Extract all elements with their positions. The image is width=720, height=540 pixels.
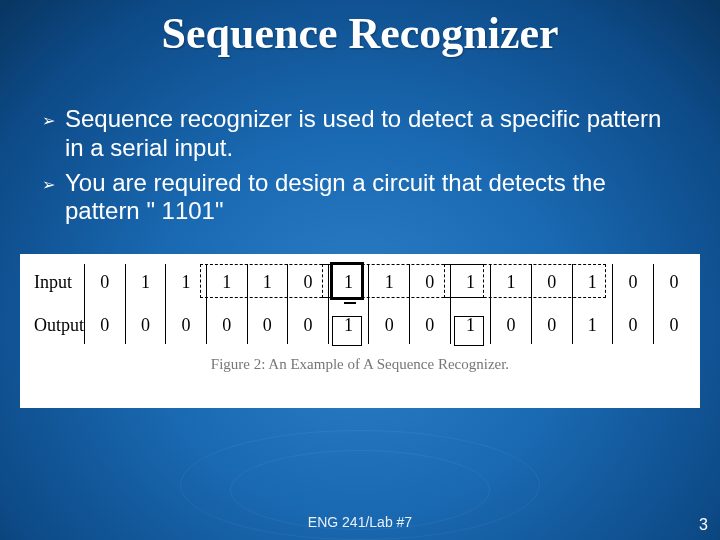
cell: 0 <box>166 301 207 344</box>
cell: 1 <box>206 264 247 301</box>
page-title: Sequence Recognizer <box>0 0 720 59</box>
cell: 1 <box>572 301 613 344</box>
cell: 1 <box>247 264 288 301</box>
cell: 0 <box>125 301 166 344</box>
cell: 0 <box>247 301 288 344</box>
cell: 0 <box>410 301 451 344</box>
list-item: ➢ You are required to design a circuit t… <box>42 169 678 227</box>
cell: 1 <box>125 264 166 301</box>
cell: 1 <box>328 264 369 301</box>
io-table: Input 0 1 1 1 1 0 1 1 0 1 1 0 1 0 0 Outp… <box>26 264 694 344</box>
bullet-text: Sequence recognizer is used to detect a … <box>65 105 678 163</box>
row-label-output: Output <box>26 301 85 344</box>
table-row: Output 0 0 0 0 0 0 1 0 0 1 0 0 1 0 0 <box>26 301 694 344</box>
cell: 1 <box>450 264 491 301</box>
cell: 1 <box>328 301 369 344</box>
cell: 0 <box>613 301 654 344</box>
cell: 0 <box>206 301 247 344</box>
table-row: Input 0 1 1 1 1 0 1 1 0 1 1 0 1 0 0 <box>26 264 694 301</box>
cell: 0 <box>653 264 694 301</box>
cell: 1 <box>166 264 207 301</box>
cell: 0 <box>491 301 532 344</box>
triangle-bullet-icon: ➢ <box>42 111 55 130</box>
cell: 0 <box>531 301 572 344</box>
figure-caption: Figure 2: An Example of A Sequence Recog… <box>26 356 694 373</box>
cell: 0 <box>410 264 451 301</box>
cell: 0 <box>85 264 126 301</box>
cell: 0 <box>85 301 126 344</box>
cell: 0 <box>288 264 329 301</box>
page-number: 3 <box>699 516 708 534</box>
cell: 1 <box>572 264 613 301</box>
cell: 0 <box>653 301 694 344</box>
list-item: ➢ Sequence recognizer is used to detect … <box>42 105 678 163</box>
figure-panel: Input 0 1 1 1 1 0 1 1 0 1 1 0 1 0 0 Outp… <box>20 254 700 408</box>
triangle-bullet-icon: ➢ <box>42 175 55 194</box>
cell: 0 <box>288 301 329 344</box>
bullet-text: You are required to design a circuit tha… <box>65 169 678 227</box>
footer-text: ENG 241/Lab #7 <box>0 514 720 530</box>
row-label-input: Input <box>26 264 85 301</box>
cell: 0 <box>613 264 654 301</box>
cell: 1 <box>491 264 532 301</box>
cell: 1 <box>450 301 491 344</box>
cell: 1 <box>369 264 410 301</box>
cell: 0 <box>369 301 410 344</box>
cell: 0 <box>531 264 572 301</box>
bullet-list: ➢ Sequence recognizer is used to detect … <box>42 105 678 226</box>
